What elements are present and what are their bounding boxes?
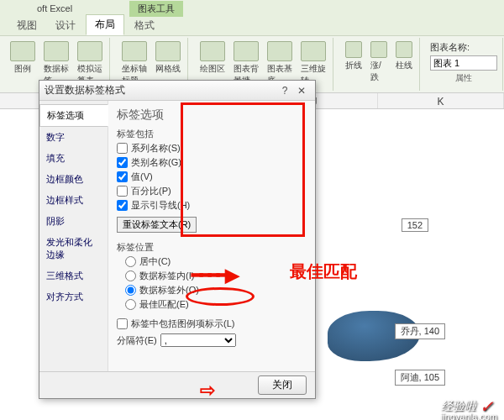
sidebar-item-fill[interactable]: 填充	[39, 148, 108, 169]
watermark-domain-row: jingyanla.com	[441, 412, 497, 420]
chart-name-group: 图表名称: 属性	[428, 39, 499, 86]
checkbox-category-name[interactable]: 类别名称(G)	[117, 156, 307, 169]
properties-label: 属性	[430, 72, 497, 84]
data-label[interactable]: 阿迪, 105	[395, 370, 445, 386]
lines-button[interactable]: 涨/跌	[367, 39, 391, 85]
separator-label: 分隔符(E)	[117, 334, 157, 347]
title-bar: oft Excel 图表工具	[0, 0, 504, 17]
annotation-arrow-bestfit: ━━━━▶	[192, 265, 237, 286]
ribbon-tabs: 视图 设计 布局 格式	[0, 17, 504, 35]
checkbox-leader-lines[interactable]: 显示引导线(H)	[117, 199, 307, 212]
col-header[interactable]: K	[378, 93, 504, 108]
data-label[interactable]: 152	[402, 218, 428, 232]
checkbox-legend-key[interactable]: 标签中包括图例项标示(L)	[117, 318, 307, 330]
data-label[interactable]: 乔丹, 140	[395, 323, 445, 339]
separator-row: 分隔符(E) ,	[117, 333, 307, 347]
chart-name-input[interactable]	[430, 55, 497, 71]
tab-view[interactable]: 视图	[8, 16, 45, 35]
dialog-title: 设置数据标签格式	[45, 83, 125, 97]
error-bars-button[interactable]: 柱线	[392, 39, 416, 85]
sidebar-item-label-options[interactable]: 标签选项	[39, 104, 108, 127]
checkbox-value[interactable]: 值(V)	[117, 171, 307, 183]
dialog-title-bar: 设置数据标签格式 ? ✕	[39, 81, 315, 101]
dialog-sidebar: 标签选项 数字 填充 边框颜色 边框样式 阴影 发光和柔化边缘 三维格式 对齐方…	[39, 101, 108, 371]
annotation-box-label-options	[181, 102, 305, 237]
checkbox-series-name[interactable]: 系列名称(S)	[117, 142, 307, 155]
annotation-text-bestfit: 最佳匹配	[290, 260, 357, 283]
radio-best-fit[interactable]: 最佳匹配(E)	[117, 298, 307, 311]
dialog-heading: 标签选项	[117, 108, 307, 123]
help-icon[interactable]: ?	[276, 85, 293, 97]
ribbon: oft Excel 图表工具 视图 设计 布局 格式 图例 数据标签 模拟运算表…	[0, 0, 504, 92]
sidebar-item-3d-format[interactable]: 三维格式	[39, 265, 108, 286]
close-button[interactable]: 关闭	[258, 375, 307, 395]
close-icon[interactable]: ✕	[293, 85, 310, 97]
sidebar-item-border-color[interactable]: 边框颜色	[39, 169, 108, 190]
tab-format[interactable]: 格式	[126, 16, 163, 35]
label-contains: 标签包括	[117, 128, 307, 140]
dialog-main: 标签选项 标签包括 系列名称(S) 类别名称(G) 值(V) 百分比(P) 显示…	[108, 101, 315, 371]
tab-layout[interactable]: 布局	[86, 14, 124, 35]
sidebar-item-shadow[interactable]: 阴影	[39, 211, 108, 232]
separator-select[interactable]: ,	[160, 333, 236, 347]
format-data-labels-dialog: 设置数据标签格式 ? ✕ 标签选项 数字 填充 边框颜色 边框样式 阴影 发光和…	[39, 80, 316, 399]
annotation-arrow-close: ⇨	[200, 380, 215, 402]
reset-label-text-button[interactable]: 重设标签文本(R)	[117, 217, 197, 233]
checkbox-percent[interactable]: 百分比(P)	[117, 185, 307, 197]
dialog-footer: 关闭	[39, 371, 315, 398]
app-title: oft Excel	[30, 2, 79, 15]
chart-tools-tab: 图表工具	[129, 1, 183, 17]
trendline-button[interactable]: 折线	[342, 39, 365, 85]
chart-name-label: 图表名称:	[430, 41, 497, 54]
sidebar-item-glow[interactable]: 发光和柔化边缘	[39, 232, 108, 265]
tab-design[interactable]: 设计	[47, 16, 84, 35]
sidebar-item-number[interactable]: 数字	[39, 127, 108, 148]
sidebar-item-alignment[interactable]: 对齐方式	[39, 286, 108, 307]
label-position: 标签位置	[117, 241, 307, 254]
watermark-domain: jingyanla.com	[441, 412, 497, 420]
sidebar-item-border-style[interactable]: 边框样式	[39, 190, 108, 211]
legend-button[interactable]: 图例	[7, 39, 39, 88]
